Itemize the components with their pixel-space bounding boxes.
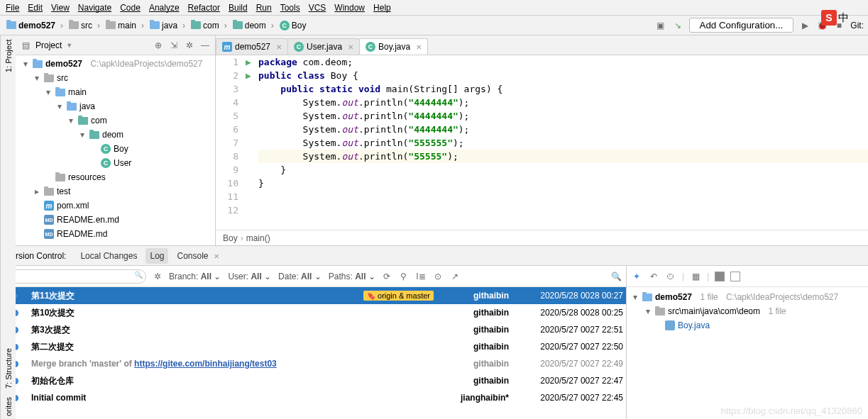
- cherry-pick-icon[interactable]: ⚲: [398, 271, 410, 282]
- filter-Date[interactable]: Date: All ⌄: [278, 272, 322, 281]
- editor-area: mdemo527✕CUser.java✕CBoy.java✕ 123456789…: [216, 35, 868, 245]
- log-toolbar: ✲ Branch: All ⌄User: All ⌄Date: All ⌄Pat…: [0, 266, 626, 287]
- menu-code[interactable]: Code: [120, 3, 141, 13]
- menu-build[interactable]: Build: [229, 3, 248, 13]
- tab-Boy.java[interactable]: CBoy.java✕: [359, 38, 428, 55]
- breadcrumb-main[interactable]: main: [104, 20, 148, 31]
- view-mode-2-icon[interactable]: [730, 272, 740, 281]
- add-configuration-button[interactable]: Add Configuration...: [689, 18, 794, 33]
- tree-User[interactable]: C User: [16, 156, 215, 170]
- breadcrumb-demo527[interactable]: demo527: [4, 20, 67, 31]
- filter-User[interactable]: User: All ⌄: [228, 272, 271, 281]
- back-icon[interactable]: ↶: [648, 271, 659, 282]
- eye-icon[interactable]: ⊙: [432, 271, 444, 282]
- menu-help[interactable]: Help: [373, 3, 391, 13]
- filter-Branch[interactable]: Branch: All ⌄: [169, 272, 221, 281]
- menu-vcs[interactable]: VCS: [309, 3, 326, 13]
- close-icon[interactable]: ✕: [276, 43, 282, 51]
- menu-run[interactable]: Run: [256, 3, 272, 13]
- menu-view[interactable]: View: [51, 3, 70, 13]
- run-icon[interactable]: ▶: [799, 20, 811, 31]
- menu-tools[interactable]: Tools: [280, 3, 300, 13]
- project-view-icon[interactable]: ▤: [20, 40, 31, 51]
- tree-resources[interactable]: resources: [16, 170, 215, 184]
- breadcrumb-com[interactable]: com: [189, 20, 231, 31]
- pin-icon[interactable]: ✦: [631, 271, 642, 282]
- breadcrumb-src[interactable]: src: [67, 20, 104, 31]
- vc-tab-Console[interactable]: Console ✕: [172, 248, 223, 264]
- tree-java[interactable]: ▾ java: [16, 99, 215, 113]
- left-tool-rail[interactable]: 1: Project: [0, 35, 16, 245]
- tree-main[interactable]: ▾ main: [16, 85, 215, 99]
- project-tree: ▾ demo527 C:\apk\IdeaProjects\demo527 ▾ …: [16, 55, 215, 245]
- changed-file[interactable]: Boy.java: [631, 318, 864, 333]
- target-icon[interactable]: ▣: [655, 20, 666, 31]
- commit-row[interactable]: 第11次提交 origin & master githaibin 2020/5/…: [0, 287, 626, 304]
- commit-row[interactable]: 第二次提交 githaibin 2020/5/27 0027 22:50: [0, 338, 626, 355]
- tree-README.en.md[interactable]: MD README.en.md: [16, 213, 215, 227]
- tab-User.java[interactable]: CUser.java✕: [287, 38, 360, 55]
- collapse-all-icon[interactable]: ⇲: [168, 40, 180, 51]
- project-title: Project: [35, 40, 62, 50]
- close-icon[interactable]: ✕: [348, 43, 353, 51]
- watermark: https://blog.csdn.net/qq_41320860: [721, 406, 863, 416]
- menu-navigate[interactable]: Navigate: [78, 3, 111, 13]
- tree-Boy[interactable]: C Boy: [16, 142, 215, 156]
- editor-tabs: mdemo527✕CUser.java✕CBoy.java✕: [216, 35, 868, 55]
- menu-window[interactable]: Window: [334, 3, 365, 13]
- close-icon[interactable]: ✕: [416, 43, 422, 51]
- intellisort-icon[interactable]: I≣: [415, 271, 427, 282]
- menu-bar: FileEditViewNavigateCodeAnalyzeRefactorB…: [0, 0, 868, 16]
- version-control-panel: Version Control: Local ChangesLogConsole…: [0, 245, 868, 419]
- project-panel: ▤ Project ▼ ⊕ ⇲ ✲ — ▾ demo527 C:\apk\Ide…: [16, 35, 216, 245]
- nav-bar: demo527srcmainjavacomdeomCBoy ▣ ↘ Add Co…: [0, 16, 868, 35]
- search-icon[interactable]: 🔍: [610, 271, 622, 282]
- code-editor[interactable]: 123456789101112 ▶▶ package com.deom;publ…: [216, 55, 868, 230]
- tree-src[interactable]: ▾ src: [16, 71, 215, 85]
- menu-refactor[interactable]: Refactor: [188, 3, 220, 13]
- commit-row[interactable]: Merge branch 'master' of https://gitee.c…: [0, 355, 626, 372]
- vc-tab-Local Changes[interactable]: Local Changes: [76, 248, 141, 264]
- open-new-tab-icon[interactable]: ↗: [449, 271, 461, 282]
- hammer-build-icon[interactable]: ↘: [672, 20, 683, 31]
- editor-breadcrumb: Boy › main(): [216, 230, 868, 245]
- refresh-icon[interactable]: ⟳: [381, 271, 392, 282]
- breadcrumbs: demo527srcmainjavacomdeomCBoy: [4, 20, 308, 31]
- commit-row[interactable]: Initial commit jianghaibin* 2020/5/27 00…: [0, 389, 626, 406]
- filter-Paths[interactable]: Paths: All ⌄: [329, 272, 375, 281]
- tree-test[interactable]: ▸ test: [16, 184, 215, 199]
- tab-demo527[interactable]: mdemo527✕: [216, 38, 288, 55]
- left-bottom-rail[interactable]: orites 7: Structure: [0, 245, 16, 419]
- log-search-input[interactable]: [4, 269, 146, 284]
- ime-badge: S中: [821, 10, 867, 26]
- history-icon[interactable]: ⏲: [665, 271, 676, 282]
- commit-details: ✦ ↶ ⏲ | ▦ | ▾ demo527 1 file C:\apk\Idea…: [627, 266, 868, 419]
- gear-icon[interactable]: ✲: [152, 271, 163, 282]
- tree-README.md[interactable]: MD README.md: [16, 227, 215, 241]
- menu-file[interactable]: File: [6, 3, 19, 13]
- menu-edit[interactable]: Edit: [28, 3, 43, 13]
- changed-root[interactable]: ▾ demo527 1 file C:\apk\IdeaProjects\dem…: [631, 290, 864, 304]
- gear-icon[interactable]: ✲: [184, 40, 195, 51]
- tree-demo527[interactable]: ▾ demo527 C:\apk\IdeaProjects\demo527: [16, 57, 215, 71]
- scroll-from-source-icon[interactable]: ⊕: [153, 40, 164, 51]
- commit-list[interactable]: 第11次提交 origin & master githaibin 2020/5/…: [0, 287, 626, 419]
- breadcrumb-deom[interactable]: deom: [231, 20, 278, 31]
- breadcrumb-java[interactable]: java: [148, 20, 189, 31]
- commit-row[interactable]: 初始化仓库 githaibin 2020/5/27 0027 22:47: [0, 372, 626, 389]
- menu-analyze[interactable]: Analyze: [149, 3, 180, 13]
- vc-tab-Log[interactable]: Log: [145, 248, 168, 264]
- commit-row[interactable]: 第3次提交 githaibin 2020/5/27 0027 22:51: [0, 321, 626, 338]
- changed-path[interactable]: ▾ src\main\java\com\deom 1 file: [631, 304, 864, 318]
- tree-pom.xml[interactable]: m pom.xml: [16, 199, 215, 213]
- hide-icon[interactable]: —: [199, 40, 211, 51]
- tree-deom[interactable]: ▾ deom: [16, 128, 215, 142]
- breadcrumb-Boy[interactable]: CBoy: [278, 20, 309, 31]
- tree-com[interactable]: ▾ com: [16, 113, 215, 128]
- commit-row[interactable]: 第10次提交 githaibin 2020/5/28 0028 00:25: [0, 304, 626, 321]
- group-icon[interactable]: ▦: [690, 271, 701, 282]
- view-mode-1-icon[interactable]: [715, 272, 725, 281]
